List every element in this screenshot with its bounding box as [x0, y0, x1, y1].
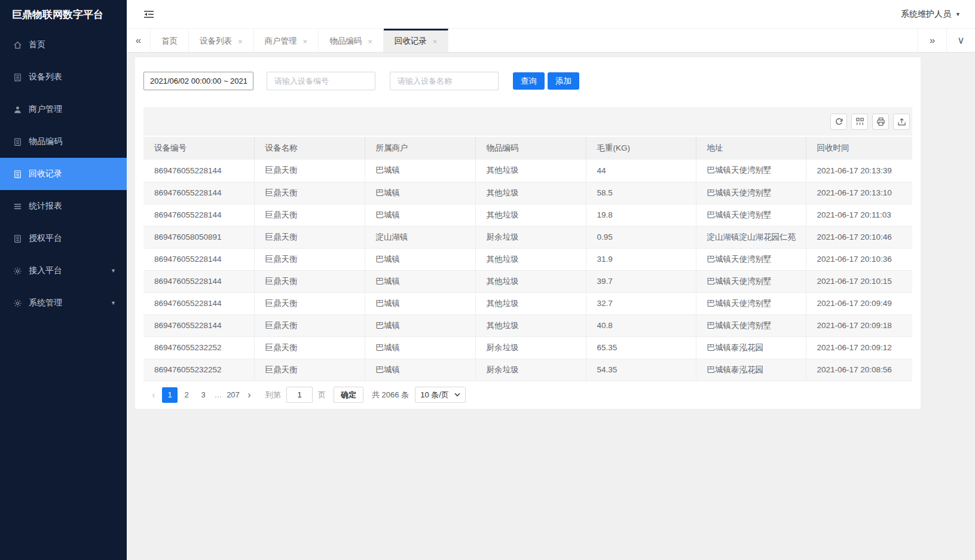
close-icon[interactable]: × — [238, 37, 243, 46]
cell: 2021-06-17 20:10:15 — [806, 270, 912, 292]
cell: 869476055228144 — [143, 204, 254, 226]
sidebar-item-recycle-records[interactable]: 回收记录 — [0, 158, 127, 190]
sidebar-item-device-list[interactable]: 设备列表 — [0, 61, 127, 93]
table-row: 869476055232252巨鼎天衡巴城镇厨余垃圾54.35巴城镇泰泓花园20… — [143, 359, 912, 381]
cell: 58.5 — [586, 182, 696, 204]
app-title: 巨鼎物联网数字平台 — [0, 0, 127, 29]
cell: 巨鼎天衡 — [254, 182, 365, 204]
device-name-input[interactable] — [390, 72, 499, 90]
tab-label: 商户管理 — [265, 36, 297, 47]
col-merchant: 所属商户 — [365, 136, 475, 160]
page-button-207[interactable]: 207 — [225, 387, 241, 403]
tab-label: 回收记录 — [395, 36, 427, 47]
table-row: 869476058050891巨鼎天衡淀山湖镇厨余垃圾0.95淀山湖镇淀山湖花园… — [143, 226, 912, 248]
page-button-1[interactable]: 1 — [162, 387, 178, 403]
device-code-input[interactable] — [267, 72, 375, 90]
close-icon[interactable]: × — [368, 37, 372, 46]
main-area: 系统维护人员 ▼ « 首页 设备列表 × 商户管理 × 物品编码 × 回收记录 … — [127, 0, 975, 560]
add-button[interactable]: 添加 — [548, 72, 579, 90]
sidebar-item-system-management[interactable]: 系统管理 ▼ — [0, 287, 127, 319]
document-icon — [13, 234, 23, 243]
table-row: 869476055228144巨鼎天衡巴城镇其他垃圾32.7巴城镇天使湾别墅20… — [143, 292, 912, 314]
page-button-3[interactable]: 3 — [195, 387, 211, 403]
table-row: 869476055232252巨鼎天衡巴城镇厨余垃圾65.35巴城镇泰泓花园20… — [143, 336, 912, 359]
tab-home[interactable]: 首页 — [151, 29, 189, 52]
next-page-button[interactable]: › — [242, 390, 257, 400]
tab-recycle-records[interactable]: 回收记录 × — [384, 29, 449, 52]
gear-icon — [13, 298, 23, 308]
cell: 巴城镇 — [365, 292, 475, 314]
tabs-scroll-right-button[interactable]: » — [918, 29, 946, 52]
user-menu[interactable]: 系统维护人员 ▼ — [901, 9, 961, 20]
export-icon — [897, 117, 906, 126]
cell: 32.7 — [586, 292, 696, 314]
table-row: 869476055228144巨鼎天衡巴城镇其他垃圾19.8巴城镇天使湾别墅20… — [143, 204, 912, 226]
date-range-input[interactable] — [143, 72, 253, 90]
goto-label: 到第 — [265, 390, 281, 400]
cell: 65.35 — [586, 336, 696, 359]
cell: 巴城镇天使湾别墅 — [696, 182, 806, 204]
sidebar-item-authorize-platform[interactable]: 授权平台 — [0, 222, 127, 255]
sidebar-collapse-button[interactable] — [143, 10, 154, 19]
sidebar-item-reports[interactable]: 统计报表 — [0, 190, 127, 222]
cell: 2021-06-17 20:11:03 — [806, 204, 912, 226]
filter-bar: 查询 添加 — [135, 57, 921, 107]
refresh-button[interactable] — [830, 114, 847, 130]
table-row: 869476055228144巨鼎天衡巴城镇其他垃圾31.9巴城镇天使湾别墅20… — [143, 248, 912, 270]
cell: 54.35 — [586, 359, 696, 381]
cell: 巴城镇 — [365, 204, 475, 226]
cell: 2021-06-17 20:08:56 — [806, 359, 912, 381]
cell: 厨余垃圾 — [475, 336, 586, 359]
sidebar-item-access-platform[interactable]: 接入平台 ▼ — [0, 255, 127, 287]
total-count: 共 2066 条 — [372, 390, 409, 400]
double-chevron-left-icon: « — [136, 35, 141, 47]
page-button-2[interactable]: 2 — [179, 387, 194, 403]
sidebar-item-merchants[interactable]: 商户管理 — [0, 93, 127, 126]
page-size-select[interactable]: 10 条/页 — [415, 387, 466, 403]
cell: 巴城镇 — [365, 160, 475, 182]
query-button[interactable]: 查询 — [513, 72, 545, 90]
user-icon — [13, 105, 23, 114]
tab-item-codes[interactable]: 物品编码 × — [319, 29, 384, 52]
cell: 2021-06-17 20:09:49 — [806, 292, 912, 314]
top-bar: 系统维护人员 ▼ — [127, 0, 975, 29]
cell: 2021-06-17 20:13:10 — [806, 182, 912, 204]
columns-button[interactable] — [851, 114, 868, 130]
cell: 厨余垃圾 — [475, 226, 586, 248]
cell: 其他垃圾 — [475, 248, 586, 270]
tabs-scroll-left-button[interactable]: « — [127, 29, 151, 52]
cell: 巴城镇天使湾别墅 — [696, 292, 806, 314]
cell: 39.7 — [586, 270, 696, 292]
cell: 869476055228144 — [143, 248, 254, 270]
page-unit-label: 页 — [318, 390, 326, 400]
goto-page-input[interactable] — [286, 387, 313, 403]
cell: 其他垃圾 — [475, 292, 586, 314]
col-device-name: 设备名称 — [254, 136, 365, 160]
tab-device-list[interactable]: 设备列表 × — [189, 29, 254, 52]
menu-lines-icon — [13, 201, 23, 211]
columns-icon — [855, 117, 864, 126]
confirm-button[interactable]: 确定 — [334, 387, 363, 403]
cell: 巴城镇 — [365, 270, 475, 292]
refresh-icon — [835, 117, 843, 126]
cell: 巴城镇 — [365, 314, 475, 336]
records-table: 设备编号 设备名称 所属商户 物品编码 毛重(KG) 地址 回收时间 86947… — [143, 136, 912, 381]
sidebar-item-label: 设备列表 — [29, 72, 62, 82]
cell: 巨鼎天衡 — [254, 248, 365, 270]
close-icon[interactable]: × — [433, 37, 438, 46]
cell: 巴城镇天使湾别墅 — [696, 314, 806, 336]
tab-merchants[interactable]: 商户管理 × — [254, 29, 319, 52]
cell: 巴城镇天使湾别墅 — [696, 160, 806, 182]
sidebar-item-item-codes[interactable]: 物品编码 — [0, 126, 127, 158]
cell: 巨鼎天衡 — [254, 314, 365, 336]
prev-page-button[interactable]: ‹ — [146, 390, 161, 400]
cell: 巴城镇泰泓花园 — [696, 359, 806, 381]
tabs-menu-button[interactable]: ∨ — [946, 29, 975, 52]
print-button[interactable] — [872, 114, 889, 130]
sidebar-item-home[interactable]: 首页 — [0, 29, 127, 61]
export-button[interactable] — [893, 114, 910, 130]
cell: 其他垃圾 — [475, 160, 586, 182]
tab-label: 首页 — [161, 36, 178, 47]
close-icon[interactable]: × — [303, 37, 308, 46]
cell: 其他垃圾 — [475, 182, 586, 204]
